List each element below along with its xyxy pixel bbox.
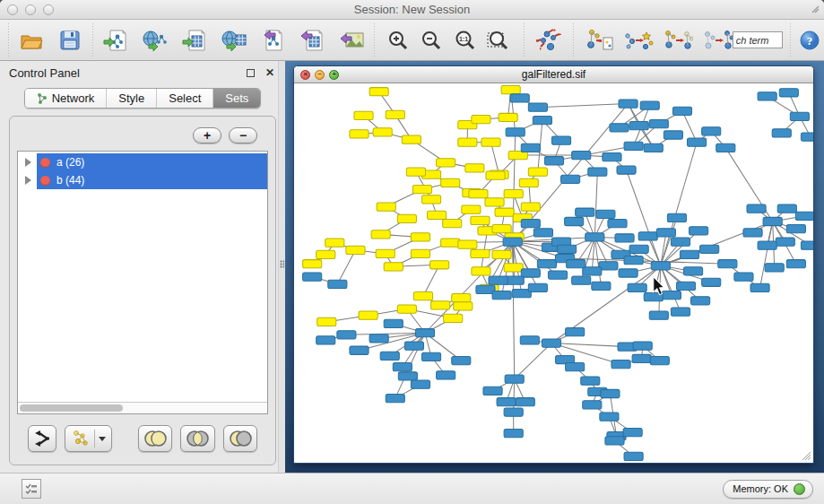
network-node[interactable]: [505, 375, 524, 383]
network-node[interactable]: [371, 230, 390, 239]
network-node[interactable]: [503, 238, 522, 246]
network-node[interactable]: [469, 190, 488, 198]
network-node[interactable]: [303, 273, 322, 281]
network-node[interactable]: [624, 142, 643, 150]
network-node[interactable]: [592, 282, 611, 290]
network-node[interactable]: [649, 311, 668, 319]
network-node[interactable]: [684, 267, 703, 275]
network-node[interactable]: [628, 283, 646, 291]
network-node[interactable]: [465, 164, 484, 172]
network-node[interactable]: [551, 136, 570, 144]
scrollbar-thumb[interactable]: [20, 404, 123, 412]
network-node[interactable]: [558, 245, 577, 253]
network-node[interactable]: [406, 168, 425, 176]
network-node[interactable]: [328, 280, 347, 288]
tab-select[interactable]: Select: [157, 89, 213, 108]
add-set-button[interactable]: +: [193, 127, 221, 143]
network-node[interactable]: [501, 86, 520, 94]
network-node[interactable]: [452, 356, 471, 364]
horizontal-scrollbar[interactable]: [18, 402, 267, 413]
network-node[interactable]: [624, 452, 643, 460]
split-sets-button[interactable]: [28, 425, 56, 452]
network-node[interactable]: [544, 157, 563, 165]
network-node[interactable]: [795, 212, 813, 220]
network-node[interactable]: [521, 143, 540, 152]
network-node[interactable]: [377, 203, 395, 211]
network-node[interactable]: [561, 175, 580, 183]
network-node[interactable]: [411, 380, 429, 388]
network-node[interactable]: [629, 122, 648, 130]
network-node[interactable]: [519, 178, 538, 187]
network-node[interactable]: [588, 168, 607, 176]
network-node[interactable]: [691, 297, 710, 305]
network-frame-titlebar[interactable]: × − + galFiltered.sif: [294, 66, 813, 83]
open-session-button[interactable]: [18, 25, 45, 56]
create-set-from-network-button[interactable]: [65, 425, 112, 452]
network-node[interactable]: [499, 113, 517, 121]
network-node[interactable]: [718, 260, 737, 268]
network-node[interactable]: [458, 138, 477, 146]
network-node[interactable]: [690, 227, 708, 235]
window-titlebar[interactable]: Session: New Session: [0, 0, 824, 20]
network-node[interactable]: [629, 245, 648, 253]
float-panel-button[interactable]: [244, 66, 256, 79]
network-node[interactable]: [483, 387, 502, 395]
network-node[interactable]: [520, 336, 539, 344]
network-node[interactable]: [624, 256, 643, 265]
network-node[interactable]: [533, 229, 552, 237]
network-node[interactable]: [585, 233, 604, 241]
network-node[interactable]: [700, 245, 719, 253]
network-node[interactable]: [376, 249, 395, 257]
network-node[interactable]: [633, 342, 652, 350]
network-node[interactable]: [441, 178, 460, 187]
network-node[interactable]: [786, 260, 805, 268]
network-node[interactable]: [528, 103, 547, 111]
network-node[interactable]: [603, 153, 621, 161]
network-node[interactable]: [644, 143, 663, 152]
network-node[interactable]: [615, 234, 634, 242]
export-table-button[interactable]: [299, 25, 326, 56]
network-node[interactable]: [743, 229, 762, 237]
network-node[interactable]: [649, 120, 668, 128]
network-node[interactable]: [672, 107, 691, 115]
network-node[interactable]: [632, 354, 651, 362]
network-node[interactable]: [458, 240, 477, 248]
network-node[interactable]: [441, 239, 460, 247]
new-network-selected-nodes-button[interactable]: [663, 25, 693, 56]
network-node[interactable]: [548, 271, 567, 279]
network-node[interactable]: [397, 214, 416, 222]
network-node[interactable]: [397, 305, 416, 313]
network-node[interactable]: [734, 273, 753, 281]
network-node[interactable]: [619, 269, 638, 277]
network-node[interactable]: [688, 138, 707, 146]
network-node[interactable]: [384, 263, 403, 271]
network-node[interactable]: [611, 361, 630, 369]
network-node[interactable]: [317, 317, 336, 326]
network-node[interactable]: [369, 335, 388, 343]
network-node[interactable]: [454, 302, 473, 310]
select-first-neighbors-button[interactable]: [623, 25, 654, 56]
import-network-file-button[interactable]: [103, 25, 130, 56]
network-node[interactable]: [413, 292, 432, 300]
remove-set-button[interactable]: −: [229, 127, 257, 143]
network-node[interactable]: [651, 262, 670, 270]
network-node[interactable]: [790, 112, 809, 120]
network-node[interactable]: [428, 211, 447, 219]
export-network-button[interactable]: [260, 25, 287, 56]
network-node[interactable]: [565, 217, 584, 225]
network-node[interactable]: [421, 352, 440, 361]
network-node[interactable]: [521, 219, 540, 227]
import-network-url-button[interactable]: [142, 25, 169, 56]
network-node[interactable]: [576, 208, 594, 216]
network-node[interactable]: [716, 143, 735, 152]
save-session-button[interactable]: [56, 25, 83, 56]
network-node[interactable]: [386, 110, 404, 118]
network-node[interactable]: [801, 133, 813, 141]
zoom-out-button[interactable]: [418, 25, 445, 56]
network-node[interactable]: [430, 261, 449, 269]
network-node[interactable]: [350, 346, 369, 354]
network-node[interactable]: [572, 151, 591, 159]
network-node[interactable]: [619, 100, 638, 108]
network-node[interactable]: [437, 159, 455, 167]
network-node[interactable]: [411, 249, 429, 257]
